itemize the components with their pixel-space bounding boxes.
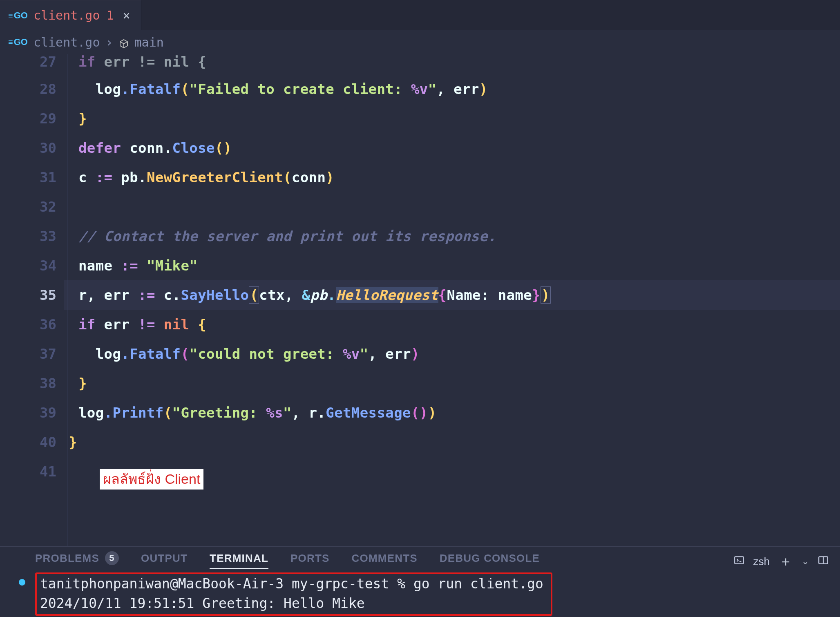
code-line[interactable]: } xyxy=(64,104,840,133)
panel-tab-label: DEBUG CONSOLE xyxy=(440,552,540,565)
panel-tab-terminal[interactable]: TERMINAL xyxy=(210,552,268,565)
panel-tab-label: OUTPUT xyxy=(141,552,188,565)
code-line[interactable]: log.Printf("Greeting: %s", r.GetMessage(… xyxy=(64,398,840,427)
terminal-status-dot xyxy=(19,579,25,586)
annotation-label: ผลลัพธ์ฝั่ง Client xyxy=(100,469,203,490)
symbol-package-icon xyxy=(119,37,129,47)
tab-client-go[interactable]: GO client.go 1 × xyxy=(0,0,141,30)
code-line[interactable]: defer conn.Close() xyxy=(64,133,840,163)
code-line[interactable]: } xyxy=(64,427,840,457)
breadcrumb-symbol[interactable]: main xyxy=(134,35,164,49)
tab-filename: client.go xyxy=(34,8,100,22)
code-line[interactable]: // Contact the server and print out its … xyxy=(64,221,840,251)
tab-close-icon[interactable]: × xyxy=(123,9,130,22)
indent-guide xyxy=(67,54,67,546)
panel-tab-comments[interactable]: COMMENTS xyxy=(352,552,418,565)
code-line[interactable]: if err != nil { xyxy=(64,310,840,339)
line-number-gutter: 27 28 29 30 31 32 33 34 35 36 37 38 39 4… xyxy=(0,54,64,546)
panel-tab-problems[interactable]: PROBLEMS 5 xyxy=(35,551,119,565)
chevron-right-icon: › xyxy=(105,35,113,49)
panel-tab-bar: PROBLEMS 5 OUTPUT TERMINAL PORTS COMMENT… xyxy=(0,547,840,565)
panel-tab-label: COMMENTS xyxy=(352,552,418,565)
panel-tab-debug-console[interactable]: DEBUG CONSOLE xyxy=(440,552,540,565)
panel-tab-output[interactable]: OUTPUT xyxy=(141,552,188,565)
panel-tab-label: PROBLEMS xyxy=(35,552,99,565)
terminal-line: tanitphonpaniwan@MacBook-Air-3 my-grpc-t… xyxy=(40,574,543,594)
code-area[interactable]: if err != nil { log.Fatalf("Failed to cr… xyxy=(64,54,840,546)
terminal-line: 2024/10/11 19:51:51 Greeting: Hello Mike xyxy=(40,594,543,613)
tab-dirty-indicator: 1 xyxy=(106,8,114,22)
go-icon: GO xyxy=(8,10,28,21)
editor[interactable]: 27 28 29 30 31 32 33 34 35 36 37 38 39 4… xyxy=(0,54,840,546)
code-line[interactable]: if err != nil { xyxy=(64,54,840,74)
panel-tab-label: TERMINAL xyxy=(210,552,268,565)
breadcrumb-file[interactable]: client.go xyxy=(34,35,100,49)
panel-tab-label: PORTS xyxy=(290,552,330,565)
code-line[interactable]: c := pb.NewGreeterClient(conn) xyxy=(64,163,840,192)
breadcrumb: GO client.go › main xyxy=(0,30,840,54)
svg-rect-0 xyxy=(735,557,744,563)
annotation-box: tanitphonpaniwan@MacBook-Air-3 my-grpc-t… xyxy=(35,572,552,616)
code-line-current[interactable]: r, err := c.SayHello(ctx, &pb.HelloReque… xyxy=(64,280,840,310)
code-line[interactable] xyxy=(64,192,840,221)
tab-bar: GO client.go 1 × xyxy=(0,0,840,30)
go-icon: GO xyxy=(8,37,28,47)
code-line[interactable]: name := "Mike" xyxy=(64,251,840,280)
code-line[interactable]: log.Fatalf("could not greet: %v", err) xyxy=(64,339,840,369)
terminal-output[interactable]: tanitphonpaniwan@MacBook-Air-3 my-grpc-t… xyxy=(0,565,840,617)
code-line[interactable]: } xyxy=(64,369,840,398)
code-line[interactable]: log.Fatalf("Failed to create client: %v"… xyxy=(64,74,840,104)
problems-count-badge: 5 xyxy=(105,551,119,565)
bottom-panel: PROBLEMS 5 OUTPUT TERMINAL PORTS COMMENT… xyxy=(0,546,840,617)
panel-tab-ports[interactable]: PORTS xyxy=(290,552,330,565)
